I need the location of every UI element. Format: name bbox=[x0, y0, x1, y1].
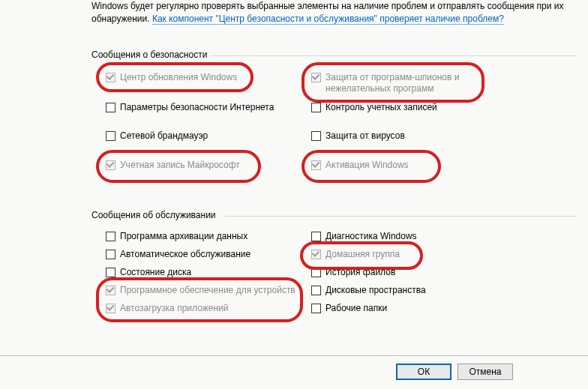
checkbox-box bbox=[311, 232, 321, 241]
security-section-title: Сообщения о безопасности bbox=[92, 49, 207, 60]
checkbox-label: Центр обновления Windows bbox=[120, 72, 237, 83]
bottom-separator bbox=[0, 355, 588, 356]
checkbox-activation: Активация Windows bbox=[311, 160, 499, 171]
checkbox-firewall[interactable]: Сетевой брандмауэр bbox=[106, 130, 293, 142]
intro-help-link[interactable]: Как компонент "Центр безопасности и обсл… bbox=[152, 13, 504, 25]
checkbox-startup-apps: Автозагрузка приложений bbox=[106, 303, 301, 314]
checkbox-box bbox=[106, 232, 116, 241]
checkbox-label: Состояние диска bbox=[120, 267, 191, 278]
intro-text: Windows будет регулярно проверять выбран… bbox=[92, 0, 564, 26]
checkbox-diagnostics[interactable]: Диагностика Windows bbox=[311, 231, 506, 242]
checkbox-box bbox=[311, 73, 321, 82]
checkbox-box bbox=[106, 286, 116, 295]
checkbox-box bbox=[106, 103, 116, 112]
checkbox-box bbox=[106, 304, 116, 313]
cancel-button[interactable]: Отмена bbox=[458, 364, 513, 380]
checkbox-device-software: Программное обеспечение для устройств bbox=[106, 285, 301, 296]
checkbox-box bbox=[106, 268, 116, 277]
security-divider bbox=[210, 55, 577, 56]
checkbox-label: Активация Windows bbox=[326, 160, 409, 171]
checkbox-internet-security[interactable]: Параметры безопасности Интернета bbox=[106, 102, 293, 113]
checkbox-box bbox=[106, 73, 116, 82]
checkbox-uac[interactable]: Контроль учетных записей bbox=[311, 102, 499, 113]
checkbox-label: Дисковые пространства bbox=[326, 285, 426, 296]
checkbox-label: Контроль учетных записей bbox=[326, 102, 437, 113]
checkbox-label: Учетная запись Майкрософт bbox=[120, 160, 240, 171]
checkbox-box bbox=[311, 304, 321, 313]
checkbox-box bbox=[106, 131, 116, 141]
checkbox-label: Автоматическое обслуживание bbox=[120, 249, 250, 260]
ok-button[interactable]: ОК bbox=[396, 364, 452, 380]
checkbox-label: Программа архивации данных bbox=[120, 231, 248, 242]
highlight-device-startup bbox=[96, 277, 303, 322]
checkbox-label: Диагностика Windows bbox=[326, 231, 417, 242]
checkbox-box bbox=[311, 286, 321, 295]
checkbox-box bbox=[311, 131, 321, 141]
checkbox-disk-state[interactable]: Состояние диска bbox=[106, 267, 301, 278]
checkbox-virus-protection[interactable]: Защита от вирусов bbox=[311, 130, 499, 142]
checkbox-microsoft-account: Учетная запись Майкрософт bbox=[106, 160, 293, 171]
checkbox-box bbox=[311, 160, 321, 170]
checkbox-auto-maintenance[interactable]: Автоматическое обслуживание bbox=[106, 249, 301, 260]
checkbox-box bbox=[311, 250, 321, 259]
checkbox-label: История файлов bbox=[326, 267, 395, 278]
checkbox-label: Защита от вирусов bbox=[326, 130, 405, 142]
maintenance-section-title: Сообщения об обслуживании bbox=[92, 210, 216, 220]
checkbox-backup[interactable]: Программа архивации данных bbox=[106, 231, 301, 242]
checkbox-box bbox=[106, 160, 116, 170]
checkbox-box bbox=[311, 268, 321, 277]
checkbox-box bbox=[311, 103, 321, 112]
checkbox-label: Домашняя группа bbox=[326, 249, 400, 260]
checkbox-box bbox=[106, 250, 116, 259]
checkbox-label: Параметры безопасности Интернета bbox=[120, 102, 274, 113]
checkbox-spyware-protection: Защита от программ-шпионов и нежелательн… bbox=[311, 72, 499, 94]
checkbox-file-history[interactable]: История файлов bbox=[311, 267, 506, 278]
checkbox-windows-update: Центр обновления Windows bbox=[106, 72, 293, 83]
checkbox-label: Защита от программ-шпионов и нежелательн… bbox=[326, 72, 459, 94]
checkbox-label: Сетевой брандмауэр bbox=[120, 130, 208, 142]
maintenance-divider bbox=[225, 216, 577, 217]
checkbox-work-folders[interactable]: Рабочие папки bbox=[311, 303, 506, 314]
checkbox-homegroup: Домашняя группа bbox=[311, 249, 506, 260]
checkbox-label: Рабочие папки bbox=[326, 303, 387, 314]
checkbox-label: Программное обеспечение для устройств bbox=[120, 285, 296, 296]
button-bar: ОК Отмена bbox=[396, 364, 513, 380]
checkbox-storage-spaces[interactable]: Дисковые пространства bbox=[311, 285, 506, 296]
checkbox-label: Автозагрузка приложений bbox=[120, 303, 228, 314]
